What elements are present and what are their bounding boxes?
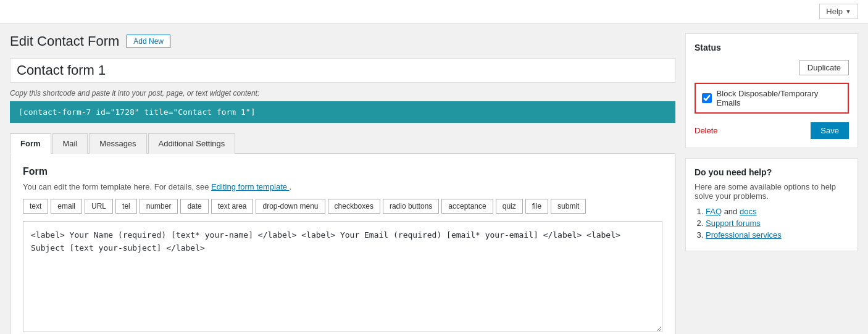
- duplicate-button[interactable]: Duplicate: [799, 60, 849, 75]
- shortcode-box[interactable]: [contact-form-7 id="1728" title="Contact…: [10, 101, 675, 123]
- shortcode-label: Copy this shortcode and paste it into yo…: [10, 89, 675, 98]
- btn-text[interactable]: text: [23, 199, 48, 214]
- shortcode-value: [contact-form-7 id="1728" title="Contact…: [19, 107, 256, 117]
- top-bar: Help ▼: [0, 0, 868, 23]
- page-title: Edit Contact Form: [10, 33, 119, 49]
- right-panel: Status Duplicate Block Disposable/Tempor…: [685, 33, 858, 251]
- btn-dropdown[interactable]: drop-down menu: [256, 199, 325, 214]
- left-panel: Edit Contact Form Add New Copy this shor…: [10, 33, 675, 334]
- tab-form[interactable]: Form: [10, 133, 51, 154]
- form-name-input[interactable]: [10, 58, 675, 83]
- status-actions: Delete Save: [695, 122, 849, 139]
- help-links-list: FAQ and docs Support forums Professional…: [695, 207, 849, 240]
- form-description: You can edit the form template here. For…: [23, 182, 662, 191]
- status-title: Status: [695, 43, 849, 52]
- list-item: Support forums: [706, 219, 849, 228]
- form-buttons: text email URL tel number date text area…: [23, 199, 662, 214]
- btn-submit[interactable]: submit: [551, 199, 586, 214]
- btn-date[interactable]: date: [180, 199, 208, 214]
- btn-email[interactable]: email: [51, 199, 82, 214]
- help-box: Do you need help? Here are some availabl…: [685, 158, 858, 251]
- btn-url[interactable]: URL: [85, 199, 113, 214]
- help-label: Help: [826, 7, 843, 16]
- faq-link[interactable]: FAQ: [706, 207, 722, 216]
- list-item: Professional services: [706, 230, 849, 240]
- btn-file[interactable]: file: [525, 199, 548, 214]
- btn-checkboxes[interactable]: checkboxes: [328, 199, 380, 214]
- form-description-suffix: .: [290, 182, 292, 191]
- btn-number[interactable]: number: [140, 199, 178, 214]
- chevron-down-icon: ▼: [845, 8, 851, 15]
- code-editor[interactable]: <label> Your Name (required) [text* your…: [23, 221, 662, 332]
- block-email-checkbox[interactable]: [702, 93, 712, 103]
- list-item: FAQ and docs: [706, 207, 849, 216]
- tab-mail[interactable]: Mail: [52, 133, 88, 154]
- editing-form-template-link[interactable]: Editing form template: [211, 182, 289, 191]
- btn-radio[interactable]: radio buttons: [383, 199, 439, 214]
- support-forums-link[interactable]: Support forums: [706, 219, 761, 228]
- help-box-desc: Here are some available options to help …: [695, 182, 849, 201]
- status-box: Status Duplicate Block Disposable/Tempor…: [685, 33, 858, 148]
- tab-messages[interactable]: Messages: [89, 133, 146, 154]
- btn-text-area[interactable]: text area: [211, 199, 254, 214]
- form-description-prefix: You can edit the form template here. For…: [23, 182, 209, 191]
- btn-acceptance[interactable]: acceptance: [441, 199, 493, 214]
- professional-services-link[interactable]: Professional services: [706, 230, 782, 240]
- btn-quiz[interactable]: quiz: [496, 199, 523, 214]
- btn-tel[interactable]: tel: [115, 199, 137, 214]
- help-box-title: Do you need help?: [695, 167, 849, 177]
- main-content: Edit Contact Form Add New Copy this shor…: [0, 23, 868, 334]
- form-section-title: Form: [23, 166, 662, 177]
- delete-link[interactable]: Delete: [695, 126, 718, 135]
- tab-content: Form You can edit the form template here…: [10, 154, 675, 334]
- docs-link[interactable]: docs: [740, 207, 756, 216]
- tabs: Form Mail Messages Additional Settings: [10, 133, 675, 154]
- save-button[interactable]: Save: [811, 122, 849, 139]
- tab-additional-settings[interactable]: Additional Settings: [148, 133, 236, 154]
- add-new-button[interactable]: Add New: [127, 35, 170, 48]
- block-email-row: Block Disposable/Temporary Emails: [695, 83, 849, 114]
- page-title-row: Edit Contact Form Add New: [10, 33, 675, 49]
- block-email-label: Block Disposable/Temporary Emails: [717, 89, 841, 107]
- code-content: <label> Your Name (required) [text* your…: [31, 230, 620, 253]
- help-button[interactable]: Help ▼: [819, 4, 858, 19]
